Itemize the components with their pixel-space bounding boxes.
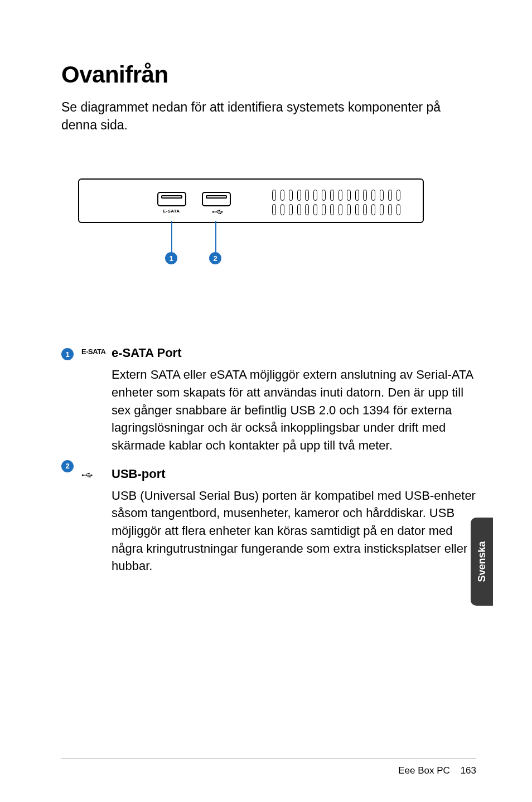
svg-point-4 [220,213,221,214]
language-tab-label: Svenska [476,541,488,582]
esata-port-shape [157,192,186,206]
footer-page-number: 163 [461,765,476,776]
intro-paragraph: Se diagrammet nedan för att identifiera … [61,98,468,134]
definition-esata: 1 E-SATA e-SATA Port Extern SATA eller e… [61,346,476,454]
svg-rect-8 [88,473,89,474]
definition-number-2: 2 [61,460,74,472]
callout-number-1: 1 [165,252,177,264]
footer-rule [61,758,476,758]
diagram-callouts: 1 2 [78,223,424,268]
definition-title-esata: e-SATA Port [112,346,476,360]
usb-port-shape [202,192,231,206]
page-footer: Eee Box PC 163 [398,765,476,776]
top-view-diagram: E-SATA 1 2 [78,178,476,268]
page-title: Ovanifrån [61,61,476,88]
usb-trident-icon [81,468,94,481]
definition-body-usb: USB (Universal Serial Bus) porten är kom… [112,487,476,575]
definition-title-usb: USB-port [112,467,476,481]
language-tab: Svenska [471,518,493,606]
definition-usb: 2 USB-port USB (Universal Serial Bus) po… [61,467,476,575]
usb-icon [212,209,224,215]
svg-rect-3 [219,210,220,211]
vent-grille [272,190,400,215]
svg-marker-7 [91,474,93,476]
usb-port-icon [212,209,224,215]
footer-product-name: Eee Box PC [398,765,450,776]
definition-body-esata: Extern SATA eller eSATA möjliggör extern… [112,366,476,454]
definition-number-1: 1 [61,348,74,360]
esata-port-label: E-SATA [163,209,180,214]
callout-line-2 [215,221,216,252]
device-outline: E-SATA [78,178,424,223]
svg-point-9 [89,476,90,477]
callout-line-1 [171,221,172,252]
svg-marker-2 [221,211,223,214]
callout-number-2: 2 [209,252,221,264]
esata-text-icon: E-SATA [81,347,105,356]
